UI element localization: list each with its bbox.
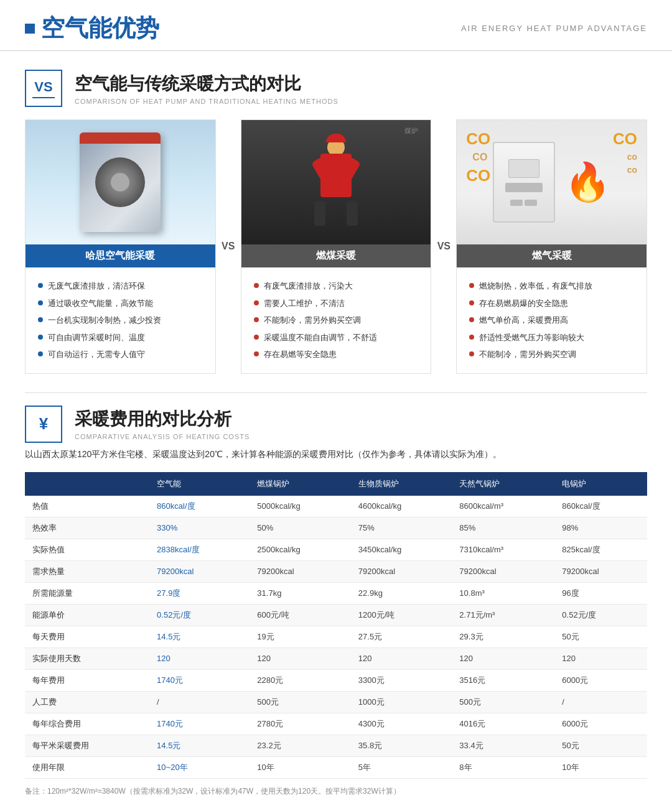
table-row: 所需能源量27.9度31.7kg22.9kg10.8m³96度: [25, 582, 647, 604]
card-gas: CO CO CO CO co co: [456, 119, 647, 374]
cell-value: 29.3元: [452, 626, 554, 647]
card1-image: [26, 120, 215, 244]
cell-label: 能源单价: [25, 604, 149, 626]
boiler-pipe: [510, 200, 523, 206]
table-header: 空气能 燃煤锅炉 生物质锅炉 天然气锅炉 电锅炉: [25, 472, 647, 496]
cell-value: 120: [554, 647, 647, 669]
table-row: 热效率330%50%75%85%98%: [25, 517, 647, 539]
table-row: 每天费用14.5元19元27.5元29.3元50元: [25, 626, 647, 647]
cell-value: 120: [452, 647, 554, 669]
cell-value: 50元: [554, 626, 647, 647]
cell-value: 3450kcal/kg: [351, 539, 452, 560]
header-subtitle: AIR ENERGY HEAT PUMP ADVANTAGE: [461, 24, 647, 33]
bullet-text: 通过吸收空气能量，高效节能: [48, 297, 153, 310]
cell-label: 人工费: [25, 691, 149, 713]
cell-value: 5000kcal/kg: [250, 496, 351, 517]
table-row: 使用年限10~20年10年5年8年10年: [25, 756, 647, 778]
bullet-text: 一台机实现制冷制热，减少投资: [48, 314, 161, 327]
bullet-text: 无废气废渣排放，清洁环保: [48, 280, 145, 292]
cell-value: 22.9kg: [351, 582, 452, 604]
list-item: 舒适性受燃气压力等影响较大: [469, 329, 634, 346]
cell-value: 3300元: [351, 669, 452, 691]
cell-value: 330%: [149, 517, 250, 539]
cell-value: 2780元: [250, 713, 351, 735]
list-item: 存在易燃易爆的安全隐患: [469, 295, 634, 312]
bullet-text: 可自动运行，无需专人值守: [48, 348, 145, 361]
cell-value: 3516元: [452, 669, 554, 691]
cell-value: 860kcal/度: [149, 496, 250, 517]
cell-label: 需求热量: [25, 560, 149, 582]
bullet-dot: [254, 317, 259, 322]
section2-subtitle: COMPARATIVE ANALYSIS OF HEATING COSTS: [75, 433, 250, 440]
cell-value: 98%: [554, 517, 647, 539]
table-row: 需求热量79200kcal79200kcal79200kcal79200kcal…: [25, 560, 647, 582]
cell-label: 使用年限: [25, 756, 149, 778]
bullet-text: 存在易燃等安全隐患: [264, 348, 337, 361]
yuan-box: ¥: [25, 406, 62, 443]
bullet-dot: [38, 300, 43, 305]
table-header-row: 空气能 燃煤锅炉 生物质锅炉 天然气锅炉 电锅炉: [25, 472, 647, 496]
cell-value: 8600kcal/m³: [452, 496, 554, 517]
cell-value: 79200kcal: [149, 560, 250, 582]
cell-value: 79200kcal: [351, 560, 452, 582]
blue-square-icon: [25, 24, 35, 34]
bullet-text: 不能制冷，需另外购买空调: [479, 348, 576, 361]
list-item: 不能制冷，需另外购买空调: [254, 312, 419, 329]
bullet-dot: [469, 335, 474, 340]
bullet-dot: [469, 300, 474, 305]
cell-value: 2500kcal/kg: [250, 539, 351, 560]
co-label-right3: co: [627, 165, 637, 175]
card2-label: 燃煤采暖: [241, 244, 431, 267]
section1-title: 空气能与传统采暖方式的对比: [75, 72, 338, 96]
cell-value: 825kcal/度: [554, 539, 647, 560]
table-row: 每年费用1740元2280元3300元3516元6000元: [25, 669, 647, 691]
cell-value: 79200kcal: [250, 560, 351, 582]
footnote: 备注：120m²*32W/m²=3840W（按需求标准为32W，设计标准为47W…: [25, 786, 647, 797]
vs-line: [32, 97, 55, 98]
co-labels-right: CO co co: [613, 129, 637, 175]
bullet-text: 存在易燃易爆的安全隐患: [479, 297, 568, 310]
cell-value: 14.5元: [149, 735, 250, 756]
co-label-right1: CO: [613, 129, 637, 149]
section2-title-text: 采暖费用的对比分析 COMPARATIVE ANALYSIS OF HEATIN…: [75, 407, 250, 440]
bullet-text: 燃气单价高，采暖费用高: [479, 314, 568, 327]
bullet-dot: [469, 283, 474, 288]
section1-title-row: VS 空气能与传统采暖方式的对比 COMPARISON OF HEAT PUMP…: [25, 70, 647, 107]
cell-value: 600元/吨: [250, 604, 351, 626]
card3-label: 燃气采暖: [457, 244, 646, 267]
boiler-vent: [505, 183, 543, 192]
cell-value: 4016元: [452, 713, 554, 735]
col-header-coal: 燃煤锅炉: [250, 472, 351, 496]
cell-value: 79200kcal: [554, 560, 647, 582]
cell-value: 7310kcal/m³: [452, 539, 554, 560]
table-row: 热值860kcal/度5000kcal/kg4600kcal/kg8600kca…: [25, 496, 647, 517]
bullet-dot: [254, 283, 259, 288]
list-item: 燃烧制热，效率低，有废气排放: [469, 277, 634, 295]
cell-value: 33.4元: [452, 735, 554, 756]
cell-value: 1000元: [351, 691, 452, 713]
co-label-big: CO: [466, 129, 490, 149]
bullet-dot: [38, 335, 43, 340]
cell-value: 50元: [554, 735, 647, 756]
table-row: 能源单价0.52元/度600元/吨1200元/吨2.71元/m³0.52元/度: [25, 604, 647, 626]
card2-image: 煤炉: [241, 120, 431, 244]
bullet-dot: [38, 351, 43, 356]
cost-table: 空气能 燃煤锅炉 生物质锅炉 天然气锅炉 电锅炉 热值860kcal/度5000…: [25, 472, 647, 779]
co-label-big2: CO: [466, 166, 490, 185]
list-item: 无废气废渣排放，清洁环保: [38, 277, 203, 295]
card2-bullets: 有废气废渣排放，污染大 需要人工维护，不清洁 不能制冷，需另外购买空调 采暖温度…: [241, 267, 431, 373]
cell-value: 4300元: [351, 713, 452, 735]
table-row: 实际使用天数120120120120120: [25, 647, 647, 669]
list-item: 通过吸收空气能量，高效节能: [38, 295, 203, 312]
machine-fan-inner: [111, 173, 129, 192]
col-header-bio: 生物质锅炉: [351, 472, 452, 496]
list-item: 采暖温度不能自由调节，不舒适: [254, 329, 419, 346]
bullet-text: 需要人工维护，不清洁: [264, 297, 345, 310]
cell-value: 120: [250, 647, 351, 669]
bullet-dot: [38, 283, 43, 288]
cell-value: 10年: [250, 756, 351, 778]
cell-value: 14.5元: [149, 626, 250, 647]
col-header-label: [25, 472, 149, 496]
vs-box: VS: [25, 70, 62, 107]
cell-value: 35.8元: [351, 735, 452, 756]
